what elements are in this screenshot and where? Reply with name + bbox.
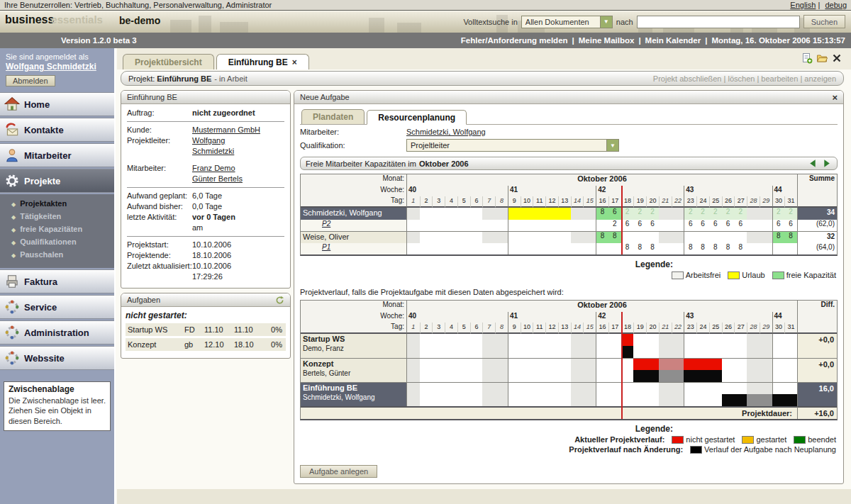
search-button[interactable]: Suchen bbox=[803, 15, 845, 28]
gantt-day-cell bbox=[533, 346, 545, 358]
day-number: 5 bbox=[457, 323, 470, 334]
sidebar-item-kontakte[interactable]: Kontakte bbox=[0, 118, 114, 142]
sidebar-item-faktura[interactable]: Faktura bbox=[0, 269, 114, 293]
gantt-day-cell bbox=[760, 382, 772, 394]
project-field-link[interactable]: Mustermann GmbH bbox=[192, 125, 284, 135]
project-duration-label: Projektdauer: bbox=[301, 406, 797, 419]
search-label: Volltextsuche in bbox=[463, 18, 517, 26]
gantt-day-cell bbox=[470, 346, 483, 358]
open-folder-icon[interactable] bbox=[816, 52, 828, 64]
versionbar-link[interactable]: Meine Mailbox bbox=[579, 36, 635, 45]
project-field-link[interactable]: Wolfgang bbox=[192, 135, 284, 146]
project-field-link[interactable]: Franz Demo bbox=[192, 163, 284, 174]
tab-einführung-be[interactable]: Einführung BE× bbox=[216, 54, 309, 69]
submenu-item-freie-kapazitäten[interactable]: ◆freie Kapazitäten bbox=[11, 223, 114, 236]
versionbar-link[interactable]: Mein Kalender bbox=[645, 36, 701, 45]
capacity-day-cell bbox=[545, 243, 558, 254]
sidebar-item-mitarbeiter[interactable]: Mitarbeiter bbox=[0, 143, 114, 167]
project-action-link[interactable]: löschen bbox=[728, 74, 755, 83]
submenu-item-qualifikationen[interactable]: ◆Qualifikationen bbox=[11, 236, 114, 249]
gantt-diff-value: +0,0 bbox=[797, 334, 837, 358]
day-number: 10 bbox=[521, 196, 533, 208]
gantt-day-cell bbox=[420, 382, 433, 394]
legend-swatch bbox=[772, 271, 784, 279]
capacity-project-link[interactable]: P1 bbox=[322, 243, 330, 251]
gantt-current-bar bbox=[659, 358, 684, 370]
submenu-item-pauschalen[interactable]: ◆Pauschalen bbox=[11, 249, 114, 262]
logout-button[interactable]: Abmelden bbox=[6, 75, 55, 86]
editor-tab-resourcenplanung[interactable]: Resourcenplanung bbox=[367, 110, 467, 125]
gantt-day-cell bbox=[457, 346, 470, 358]
version-bar-links: Fehler/Anforderung melden|Meine Mailbox|… bbox=[461, 36, 845, 45]
website-gear-icon bbox=[0, 350, 24, 366]
gantt-day-cell bbox=[508, 394, 521, 406]
gantt-day-cell bbox=[495, 334, 508, 346]
versionbar-link[interactable]: Fehler/Anforderung melden bbox=[461, 36, 568, 45]
submenu-item-projektakten[interactable]: ◆Projektakten bbox=[11, 198, 114, 211]
gantt-day-cell bbox=[521, 370, 533, 382]
sidebar-item-webssite[interactable]: Webssite bbox=[0, 346, 114, 370]
sidebar-item-administration[interactable]: Administration bbox=[0, 320, 114, 345]
gantt-day-cell bbox=[521, 358, 533, 370]
capacity-day-cell bbox=[407, 208, 420, 220]
search-scope-select[interactable]: Allen Dokumenten ▼ bbox=[521, 16, 613, 28]
gantt-planned-bar bbox=[621, 346, 634, 358]
capacity-day-cell bbox=[407, 231, 420, 243]
gantt-day-cell bbox=[709, 346, 722, 358]
tab-close-icon[interactable]: × bbox=[292, 57, 297, 67]
next-month-icon[interactable] bbox=[821, 159, 832, 168]
qualifikation-select[interactable]: Projeltleiter ▼ bbox=[406, 139, 619, 152]
capacity-day-cell bbox=[420, 220, 433, 231]
capacity-project-link[interactable]: P2 bbox=[322, 220, 330, 228]
editor-tabs: PlandatenResourcenplanung bbox=[300, 109, 838, 125]
capacity-day-cell: 2 bbox=[621, 208, 634, 220]
refresh-icon[interactable] bbox=[275, 296, 284, 305]
mitarbeiter-field: Mitarbeiter: Schmidetzki, Wolfgang bbox=[300, 128, 838, 136]
project-field-label: Projektleiter: bbox=[127, 135, 192, 157]
divider bbox=[127, 121, 284, 122]
project-field-link[interactable]: Günter Bertels bbox=[192, 174, 284, 184]
capacity-day-cell bbox=[407, 220, 420, 231]
day-row-label: Tag: bbox=[301, 196, 407, 208]
day-number: 6 bbox=[470, 323, 483, 334]
mitarbeiter-value-link[interactable]: Schmidetzki, Wolfgang bbox=[406, 128, 486, 136]
task-list-item[interactable]: Startup WSFD11.1011.100% bbox=[126, 323, 286, 336]
project-action-link[interactable]: bearbeiten bbox=[761, 74, 798, 83]
sidebar-item-home[interactable]: Home bbox=[0, 92, 114, 116]
chevron-down-icon[interactable]: ▼ bbox=[600, 16, 612, 28]
day-number: 11 bbox=[533, 323, 545, 334]
gantt-day-cell bbox=[709, 394, 722, 406]
close-icon[interactable] bbox=[831, 52, 842, 64]
topbar-link[interactable]: English bbox=[790, 1, 816, 9]
close-icon[interactable]: × bbox=[832, 92, 838, 103]
logged-in-user-link[interactable]: Wolfgang Schmidetzki bbox=[6, 62, 96, 72]
tasks-panel-body: nicht gestartet: Startup WSFD11.1011.100… bbox=[121, 307, 290, 358]
sidebar-item-projekte[interactable]: Projekte bbox=[0, 169, 114, 193]
project-field-value: 18.10.2006 bbox=[192, 250, 284, 261]
topbar-link[interactable]: debug bbox=[825, 1, 847, 9]
new-document-icon[interactable] bbox=[801, 52, 813, 64]
project-action-link[interactable]: Projekt abschließen bbox=[653, 74, 722, 83]
gantt-day-cell bbox=[722, 370, 735, 382]
project-action-link[interactable]: anzeigen bbox=[804, 74, 836, 83]
sidebar-item-label: Kontakte bbox=[24, 125, 64, 135]
tab-projektübersicht[interactable]: Projektübersicht bbox=[123, 54, 214, 69]
capacity-day-cell bbox=[432, 231, 445, 243]
chevron-down-icon[interactable]: ▼ bbox=[606, 140, 618, 151]
submenu-item-tätigkeiten[interactable]: ◆Tätigkeiten bbox=[11, 211, 114, 223]
task-list-item[interactable]: Konzeptgb12.1018.100% bbox=[126, 338, 286, 351]
capacity-day-cell bbox=[470, 243, 483, 254]
capacity-day-cell bbox=[432, 208, 445, 220]
month-row-label: Monat: bbox=[301, 174, 407, 186]
prev-month-icon[interactable] bbox=[808, 159, 818, 168]
gantt-day-cell bbox=[646, 382, 659, 394]
gantt-day-cell bbox=[734, 382, 747, 394]
sidebar-item-service[interactable]: Service bbox=[0, 295, 114, 319]
language-links: English | debug bbox=[787, 1, 847, 9]
editor-tab-plandaten[interactable]: Plandaten bbox=[301, 109, 365, 124]
create-task-button[interactable]: Aufgabe anlegen bbox=[300, 465, 377, 478]
gantt-day-cell bbox=[495, 346, 508, 358]
search-input[interactable] bbox=[637, 16, 800, 28]
gantt-day-cell bbox=[420, 394, 433, 406]
project-field-link[interactable]: Schmidetzki bbox=[192, 146, 284, 157]
